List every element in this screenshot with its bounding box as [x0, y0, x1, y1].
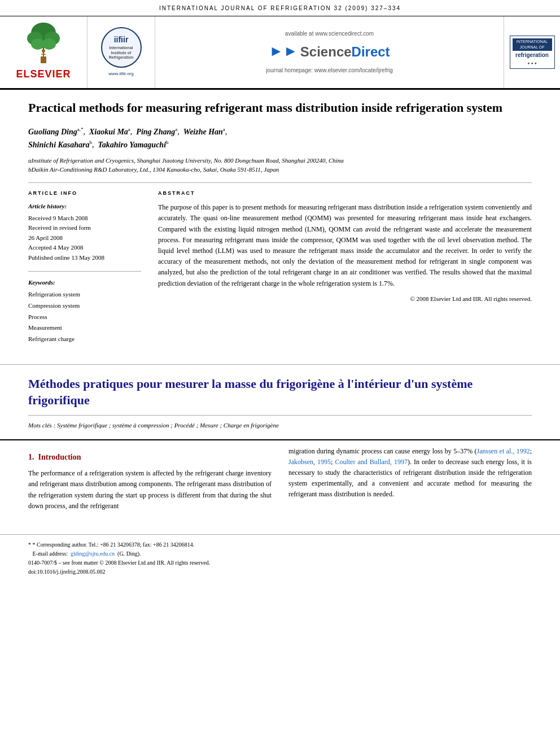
history-revised: Received in revised form — [28, 223, 141, 233]
article-content: Practical methods for measuring refriger… — [0, 90, 560, 364]
french-title: Méthodes pratiques pour mesurer la masse… — [28, 376, 532, 408]
author-ping: Ping Zhang — [136, 127, 175, 136]
keyword-3: Process — [28, 312, 141, 323]
iiir-badge: iifiir International Institute ofRefrige… — [101, 27, 142, 68]
keywords-block: Keywords: Refrigeration system Compressi… — [28, 278, 141, 345]
author-takahiro: Takahiro Yamaguchi — [98, 140, 166, 148]
right-journal-logo: INTERNATIONAL JOURNAL OF refrigeration ●… — [504, 16, 560, 88]
keyword-4: Measurement — [28, 322, 141, 334]
elsevier-logo: ELSEVIER — [0, 16, 88, 88]
author-xiaokui: Xiaokui Ma — [89, 127, 128, 136]
svg-point-7 — [42, 49, 45, 53]
page-wrapper: INTERNATIONAL JOURNAL OF REFRIGERATION 3… — [0, 0, 560, 582]
history-accepted: Accepted 4 May 2008 — [28, 243, 141, 253]
svg-point-6 — [42, 38, 56, 50]
article-history-block: Article history: Received 9 March 2008 R… — [28, 202, 141, 263]
intro-title-text: Introduction — [38, 453, 81, 461]
intro-left-text: The performance of a refrigeration syste… — [28, 468, 272, 512]
history-published: Published online 13 May 2008 — [28, 253, 141, 263]
journal-header: INTERNATIONAL JOURNAL OF REFRIGERATION 3… — [0, 0, 560, 16]
keyword-1: Refrigeration system — [28, 289, 141, 300]
authors-line: Guoliang Dinga,*, Xiaokui Maa, Ping Zhan… — [28, 125, 532, 151]
history-received: Received 9 March 2008 — [28, 213, 141, 224]
article-info-abstract-columns: ARTICLE INFO Article history: Received 9… — [28, 190, 532, 353]
author-weizhe: Weizhe Han — [183, 127, 223, 136]
elsevier-brand-text: ELSEVIER — [16, 67, 71, 81]
author-shinichi: Shinichi Kasahara — [28, 140, 90, 148]
footnote-email-link[interactable]: glding@sjtu.edu.cn — [71, 551, 115, 557]
footer-area: * * Corresponding author. Tel.: +86 21 3… — [0, 534, 560, 582]
sciencedirect-logo: ►► ScienceDirect — [269, 41, 390, 62]
body-left-column: 1. Introduction The performance of a ref… — [28, 446, 272, 512]
footnote-corresponding: * * Corresponding author. Tel.: +86 21 3… — [28, 540, 532, 549]
article-title: Practical methods for measuring refriger… — [28, 100, 532, 116]
ref-coulter[interactable]: Coulter and Bullard, 1997 — [335, 458, 407, 466]
elsevier-tree-icon — [21, 23, 66, 65]
sd-brand-text: ScienceDirect — [300, 42, 390, 62]
copyright-text: © 2008 Elsevier Ltd and IIR. All rights … — [158, 295, 532, 303]
footnote-license: 0140-7007/$ – see front matter © 2008 El… — [28, 558, 532, 567]
author-guoliang: Guoliang Ding — [28, 127, 77, 136]
sd-arrows-icon: ►► — [269, 41, 298, 62]
footnote-email-label: E-mail address: — [33, 551, 68, 557]
keyword-5: Refrigerant charge — [28, 334, 141, 345]
history-revised-date: 26 April 2008 — [28, 233, 141, 243]
body-right-column: migration during dynamic process can cau… — [288, 446, 532, 512]
divider-2 — [28, 271, 141, 272]
body-columns: 1. Introduction The performance of a ref… — [28, 446, 532, 512]
intro-heading: 1. Introduction — [28, 452, 272, 463]
intro-right-text: migration during dynamic process can cau… — [288, 446, 532, 500]
affiliation-a: aInstitute of Refrigeration and Cryogeni… — [28, 157, 344, 164]
keyword-2: Compression system — [28, 300, 141, 312]
footnote-corresponding-text: * Corresponding author. Tel.: +86 21 342… — [33, 541, 195, 548]
mots-cles: Mots clés : Système frigorifique ; systè… — [28, 421, 532, 430]
abstract-label: ABSTRACT — [158, 190, 532, 197]
keywords-title: Keywords: — [28, 278, 141, 287]
footnote-email-line: E-mail address: glding@sjtu.edu.cn (G. D… — [28, 549, 532, 558]
footnote-email-person: (G. Ding). — [117, 551, 141, 557]
affiliation-b: bDaikin Air-Conditioning R&D Laboratory,… — [28, 166, 279, 173]
ref-jakobsen[interactable]: Jakobsen, 1995 — [288, 458, 331, 466]
abstract-column: ABSTRACT The purpose of this paper is to… — [158, 190, 532, 353]
iiir-url: www.iifiir.org — [108, 71, 133, 77]
refrigeration-journal-badge: INTERNATIONAL JOURNAL OF refrigeration ●… — [510, 36, 555, 68]
french-section: Méthodes pratiques pour mesurer la masse… — [0, 364, 560, 439]
banner-area: ELSEVIER iifiir International Institute … — [0, 16, 560, 90]
badge-header-text: INTERNATIONAL JOURNAL OF — [513, 38, 552, 51]
french-divider — [28, 415, 532, 416]
main-body: 1. Introduction The performance of a ref… — [0, 439, 560, 523]
divider-1 — [28, 182, 532, 183]
affiliations: aInstitute of Refrigeration and Cryogeni… — [28, 156, 532, 174]
journal-header-text: INTERNATIONAL JOURNAL OF REFRIGERATION 3… — [159, 5, 401, 11]
intro-number: 1. — [28, 453, 34, 461]
ref-janssen[interactable]: Janssen et al., 1992 — [477, 447, 530, 455]
journal-homepage-text: journal homepage: www.elsevier.com/locat… — [266, 67, 393, 75]
iiir-logo: iifiir International Institute ofRefrige… — [88, 16, 155, 88]
history-title: Article history: — [28, 202, 141, 211]
article-info-column: ARTICLE INFO Article history: Received 9… — [28, 190, 141, 353]
article-info-label: ARTICLE INFO — [28, 190, 141, 197]
center-banner: available at www.sciencedirect.com ►► Sc… — [155, 16, 504, 88]
footnote-doi: doi:10.1016/j.ijrefrig.2008.05.002 — [28, 567, 532, 576]
abstract-text: The purpose of this paper is to present … — [158, 202, 532, 289]
available-text: available at www.sciencedirect.com — [285, 30, 374, 38]
badge-title-text: refrigeration — [513, 52, 552, 59]
